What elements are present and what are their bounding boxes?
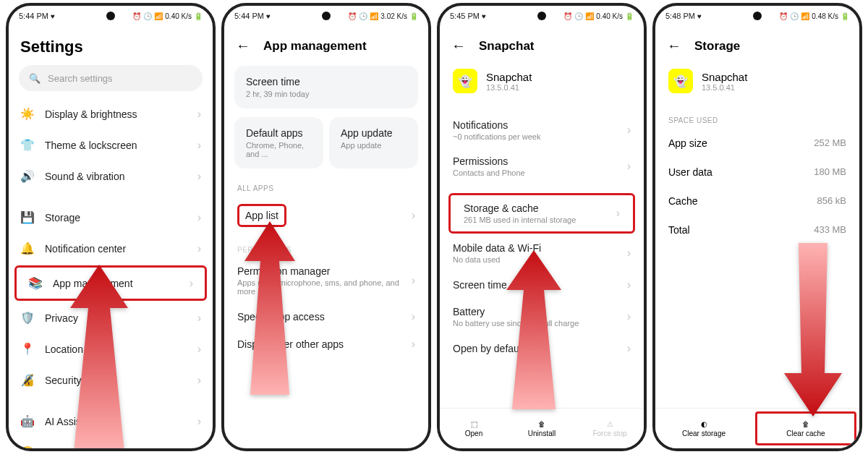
section-permissions: PERMISSIONS [224,234,428,258]
section-all-apps: ALL APPS [224,173,428,197]
uninstall-button[interactable]: 🗑 Uninstall [508,409,576,448]
phone-app-info: 5:45 PM ⏰🕒📶0.40 K/s🔋 ← Snapchat 👻 Snapch… [437,3,647,451]
status-icons: ⏰🕒📶0.40 K/s🔋 [132,12,203,20]
sun-icon: ☀️ [20,107,35,121]
camera-notch [106,12,115,20]
shirt-icon: 👕 [20,138,35,152]
phone-settings: 5:44 PM ⏰🕒📶0.40 K/s🔋 Settings 🔍 Search s… [6,3,216,451]
row-theme[interactable]: 👕 Theme & lockscreen › [9,129,213,161]
card-screen-time[interactable]: Screen time 2 hr, 39 min today [234,66,418,108]
clock: 5:44 PM [234,12,271,20]
open-icon: ⬚ [471,420,477,428]
row-kids-mode[interactable]: 😊 Kids Mode › [9,437,213,448]
card-app-update[interactable]: App update App update [329,117,418,168]
disk-icon: 💾 [20,210,35,224]
row-display-over-apps[interactable]: Display over other apps › [224,330,428,358]
row-permission-manager[interactable]: Permission manager Apps using microphone… [224,258,428,303]
svg-marker-3 [784,243,842,417]
page-title: Storage [694,39,740,54]
row-location[interactable]: 📍 Location › [9,333,213,364]
clock: 5:48 PM [665,12,702,20]
row-app-size: App size252 MB [655,129,859,158]
clear-storage-icon: ◐ [701,420,707,428]
row-app-management[interactable]: 📚 App management › [14,265,207,301]
back-icon[interactable]: ← [667,38,681,54]
search-icon: 🔍 [29,73,41,84]
row-user-data: User data180 MB [655,158,859,187]
action-bar: ⬚ Open 🗑 Uninstall ⚠ Force stop [440,408,644,448]
phone-storage: 5:48 PM ⏰🕒📶0.48 K/s🔋 ← Storage 👻 Snapcha… [652,3,862,451]
app-header: 👻 Snapchat 13.5.0.41 [655,61,859,105]
row-cache: Cache856 kB [655,187,859,215]
clock: 5:45 PM [450,12,486,20]
row-permissions[interactable]: PermissionsContacts and Phone › [440,148,644,184]
pin-icon: 📍 [20,342,35,356]
page-title: Snapchat [479,39,535,54]
warning-icon: ⚠ [607,420,613,428]
bell-icon: 🔔 [20,242,35,255]
page-title: Settings [9,26,213,65]
row-total: Total433 MB [655,215,859,244]
chevron-right-icon: › [197,108,201,121]
layers-icon: 📚 [28,276,43,290]
snapchat-icon: 👻 [453,69,477,93]
row-notifications[interactable]: Notifications~0 notifications per week › [440,112,644,148]
search-placeholder: Search settings [48,73,113,84]
phone-app-management: 5:44 PM ⏰🕒📶3.02 K/s🔋 ← App management Sc… [221,3,431,451]
section-space-used: SPACE USED [655,105,859,129]
trash-icon: 🗑 [538,420,545,428]
row-app-list[interactable]: App list › [224,197,428,234]
fingerprint-icon: 🔏 [20,373,35,387]
card-default-apps[interactable]: Default apps Chrome, Phone, and ... [234,117,323,168]
shield-icon: 🛡️ [20,311,35,325]
row-sound[interactable]: 🔊 Sound & vibration › [9,161,213,192]
back-icon[interactable]: ← [451,38,466,54]
open-button[interactable]: ⬚ Open [440,409,508,448]
speaker-icon: 🔊 [20,169,35,183]
row-storage[interactable]: 💾 Storage › [9,202,213,233]
row-open-by-default[interactable]: Open by default › [440,335,644,362]
back-icon[interactable]: ← [236,38,250,54]
clear-storage-button[interactable]: ◐ Clear storage [655,409,752,448]
row-security[interactable]: 🔏 Security › [9,364,213,396]
row-privacy[interactable]: 🛡️ Privacy › [9,302,213,333]
row-ai-assistant[interactable]: 🤖 AI Assistant › [9,406,213,437]
row-notification-center[interactable]: 🔔 Notification center › [9,233,213,264]
clear-cache-button[interactable]: 🗑 Clear cache [755,411,856,445]
trash-icon: 🗑 [802,420,809,428]
action-bar: ◐ Clear storage 🗑 Clear cache [655,408,859,448]
row-display[interactable]: ☀️ Display & brightness › [9,98,213,129]
snapchat-icon: 👻 [668,69,693,93]
face-icon: 😊 [20,445,35,448]
annotation-arrow [777,243,849,419]
page-title: App management [263,39,367,54]
app-header: 👻 Snapchat 13.5.0.41 [440,61,644,105]
row-screen-time[interactable]: Screen time › [440,271,644,299]
robot-icon: 🤖 [20,414,35,428]
row-battery[interactable]: BatteryNo battery use since last full ch… [440,299,644,335]
search-input[interactable]: 🔍 Search settings [19,65,203,91]
row-mobile-data[interactable]: Mobile data & Wi-FiNo data used › [440,235,644,271]
clock: 5:44 PM [19,12,55,20]
row-storage-cache[interactable]: Storage & cache261 MB used in internal s… [448,193,635,234]
force-stop-button[interactable]: ⚠ Force stop [576,409,644,448]
row-special-app-access[interactable]: Special app access › [224,303,428,330]
